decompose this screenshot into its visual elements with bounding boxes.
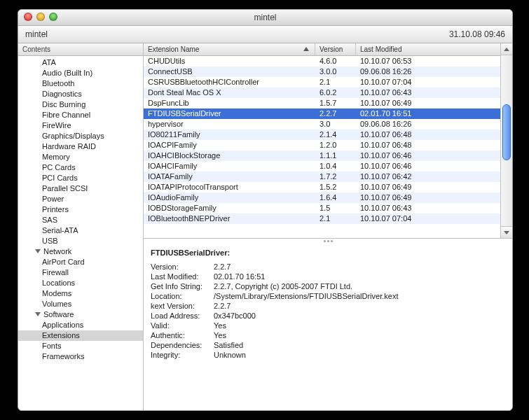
sidebar-item[interactable]: SAS bbox=[18, 215, 143, 225]
sidebar-item-label: Parallel SCSI bbox=[42, 184, 88, 192]
cell-name: DspFuncLib bbox=[144, 98, 315, 108]
cell-name: IOACPIFamily bbox=[144, 140, 315, 150]
cell-ver: 3.0.0 bbox=[315, 66, 356, 77]
table-row[interactable]: CHUDUtils4.6.010.10.07 06:53 bbox=[144, 56, 500, 66]
sidebar-item[interactable]: Firewall bbox=[18, 267, 143, 278]
sidebar-list: ATAAudio (Built In)BluetoothDiagnosticsD… bbox=[18, 56, 143, 410]
cell-name: hypervisor bbox=[144, 119, 315, 130]
vertical-scrollbar[interactable] bbox=[500, 43, 512, 238]
sidebar-item-label: Printers bbox=[42, 205, 69, 214]
titlebar[interactable]: mintel bbox=[18, 10, 512, 26]
sidebar-group-software[interactable]: Software bbox=[18, 309, 143, 320]
sidebar-item[interactable]: Power bbox=[18, 194, 143, 204]
table-row[interactable]: FTDIUSBSerialDriver2.2.702.01.70 16:51 bbox=[144, 108, 500, 119]
table-row[interactable]: IOBluetoothBNEPDriver2.110.10.07 07:04 bbox=[144, 214, 500, 224]
sidebar-item[interactable]: Volumes bbox=[18, 299, 143, 309]
cell-mod: 10.10.07 06:43 bbox=[356, 203, 500, 214]
sidebar-item[interactable]: Hardware RAID bbox=[18, 141, 143, 152]
sidebar-item[interactable]: Extensions bbox=[18, 330, 143, 341]
col-header-name-label: Extension Name bbox=[148, 46, 199, 53]
scroll-down-button[interactable] bbox=[501, 226, 512, 238]
detail-value: 0x347bc000 bbox=[214, 312, 505, 321]
zoom-icon[interactable] bbox=[49, 13, 57, 21]
cell-ver: 2.1 bbox=[315, 214, 356, 224]
table-row[interactable]: hypervisor3.009.06.08 16:26 bbox=[144, 119, 500, 130]
col-header-version[interactable]: Version bbox=[315, 43, 356, 55]
sidebar-header[interactable]: Contents bbox=[18, 43, 143, 56]
table-body[interactable]: CHUDUtils4.6.010.10.07 06:53ConnectUSB3.… bbox=[144, 56, 500, 238]
sidebar-item[interactable]: Disc Burning bbox=[18, 99, 143, 110]
scroll-thumb[interactable] bbox=[502, 104, 511, 160]
detail-row: Version:2.2.7 bbox=[151, 262, 505, 272]
sidebar-item[interactable]: ATA bbox=[18, 57, 143, 68]
cell-ver: 4.6.0 bbox=[315, 56, 356, 66]
table-row[interactable]: IO80211Family2.1.410.10.07 06:48 bbox=[144, 130, 500, 140]
sidebar-item-label: Frameworks bbox=[42, 352, 85, 360]
sidebar-item[interactable]: USB bbox=[18, 236, 143, 246]
sidebar-item-label: Disc Burning bbox=[42, 100, 85, 108]
cell-name: IOAHCIFamily bbox=[144, 161, 315, 172]
table-row[interactable]: ConnectUSB3.0.009.06.08 16:26 bbox=[144, 66, 500, 77]
col-header-modified[interactable]: Last Modified bbox=[356, 43, 500, 55]
detail-key: Version: bbox=[151, 262, 214, 272]
sidebar-item[interactable]: AirPort Card bbox=[18, 257, 143, 267]
sidebar-item[interactable]: Modems bbox=[18, 288, 143, 299]
table-row[interactable]: IOATAFamily1.7.210.10.07 06:42 bbox=[144, 172, 500, 182]
sidebar-item[interactable]: Graphics/Displays bbox=[18, 131, 143, 141]
detail-key: Integrity: bbox=[151, 351, 214, 360]
table-row[interactable]: IOBDStorageFamily1.510.10.07 06:43 bbox=[144, 203, 500, 214]
sidebar-item[interactable]: Fonts bbox=[18, 341, 143, 351]
col-header-name[interactable]: Extension Name bbox=[144, 43, 315, 55]
minimize-icon[interactable] bbox=[36, 13, 45, 21]
sidebar-item[interactable]: Printers bbox=[18, 204, 143, 215]
sidebar-item[interactable]: FireWire bbox=[18, 120, 143, 131]
sidebar-item[interactable]: Diagnostics bbox=[18, 89, 143, 99]
cell-mod: 09.06.08 16:26 bbox=[356, 119, 500, 130]
cell-mod: 10.10.07 06:53 bbox=[356, 56, 500, 66]
sidebar-item[interactable]: Serial-ATA bbox=[18, 225, 143, 236]
sidebar-item-label: Graphics/Displays bbox=[42, 132, 104, 140]
cell-name: IOBDStorageFamily bbox=[144, 203, 315, 214]
sidebar-item[interactable]: Locations bbox=[18, 278, 143, 288]
detail-row: Integrity:Unknown bbox=[151, 351, 505, 360]
cell-name: CHUDUtils bbox=[144, 56, 315, 66]
cell-mod: 10.10.07 06:48 bbox=[356, 130, 500, 140]
sidebar-item[interactable]: PCI Cards bbox=[18, 173, 143, 183]
cell-mod: 10.10.07 07:04 bbox=[356, 214, 500, 224]
sidebar-item[interactable]: PC Cards bbox=[18, 162, 143, 173]
table-row[interactable]: IOAHCIBlockStorage1.1.110.10.07 06:46 bbox=[144, 150, 500, 161]
chevron-up-icon bbox=[504, 48, 509, 51]
chevron-down-icon bbox=[504, 231, 509, 234]
sidebar-item[interactable]: Parallel SCSI bbox=[18, 183, 143, 194]
scroll-up-button[interactable] bbox=[501, 43, 512, 55]
sidebar-item[interactable]: Applications bbox=[18, 320, 143, 330]
table-row[interactable]: CSRUSBBluetoothHCIController2.110.10.07 … bbox=[144, 77, 500, 88]
table-header: Extension Name Version Last Modified bbox=[144, 43, 500, 56]
sidebar-item-label: PC Cards bbox=[42, 163, 76, 172]
detail-title: FTDIUSBSerialDriver: bbox=[151, 248, 505, 257]
close-icon[interactable] bbox=[24, 13, 32, 21]
sidebar-item[interactable]: Bluetooth bbox=[18, 78, 143, 89]
sidebar: Contents ATAAudio (Built In)BluetoothDia… bbox=[18, 43, 144, 410]
sidebar-item[interactable]: Frameworks bbox=[18, 351, 143, 362]
sidebar-item-label: USB bbox=[42, 237, 58, 245]
sidebar-group-network[interactable]: Network bbox=[18, 246, 143, 257]
table-row[interactable]: IOAHCIFamily1.0.410.10.07 06:46 bbox=[144, 161, 500, 172]
sidebar-item[interactable]: Memory bbox=[18, 152, 143, 162]
cell-mod: 09.06.08 16:26 bbox=[356, 66, 500, 77]
cell-mod: 10.10.07 07:04 bbox=[356, 77, 500, 88]
sidebar-item[interactable]: Fibre Channel bbox=[18, 110, 143, 120]
cell-ver: 1.5 bbox=[315, 203, 356, 214]
table-row[interactable]: Dont Steal Mac OS X6.0.210.10.07 06:43 bbox=[144, 88, 500, 98]
sidebar-item-label: Volumes bbox=[42, 300, 71, 308]
scroll-track[interactable] bbox=[501, 55, 512, 226]
timestamp-label: 31.10.08 09:46 bbox=[449, 29, 505, 39]
table-row[interactable]: DspFuncLib1.5.710.10.07 06:49 bbox=[144, 98, 500, 108]
table-row[interactable]: IOATAPIProtocolTransport1.5.210.10.07 06… bbox=[144, 182, 500, 192]
toolbar: mintel 31.10.08 09:46 bbox=[18, 26, 512, 43]
table-row[interactable]: IOACPIFamily1.2.010.10.07 06:48 bbox=[144, 140, 500, 150]
sidebar-item[interactable]: Audio (Built In) bbox=[18, 68, 143, 78]
hostname-label: mintel bbox=[25, 29, 48, 39]
table-row[interactable]: IOAudioFamily1.6.410.10.07 06:49 bbox=[144, 192, 500, 203]
sidebar-item-label: AirPort Card bbox=[42, 258, 85, 266]
